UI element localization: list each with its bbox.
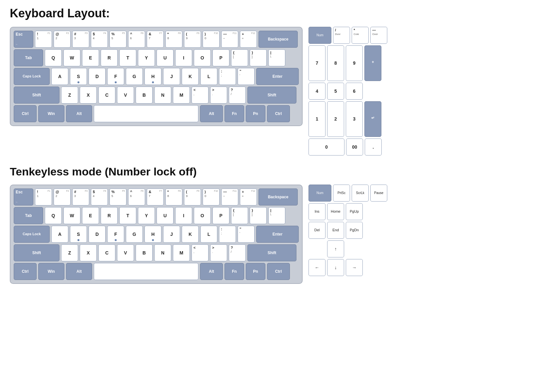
key-esc[interactable]: Esc ~: [14, 31, 33, 48]
k2-key-comma[interactable]: < ,: [192, 244, 209, 261]
k2-key-period[interactable]: > .: [210, 244, 227, 261]
k2-key-up[interactable]: ↑: [327, 240, 344, 257]
k2-key-2[interactable]: @ 2 F2: [54, 188, 71, 205]
k2-key-j[interactable]: J: [163, 226, 180, 243]
k2-key-scrlk[interactable]: ScrLk: [352, 185, 369, 202]
key-np-minus[interactable]: — Over: [370, 27, 387, 44]
key-enter[interactable]: Enter: [256, 68, 299, 85]
k2-key-lbracket[interactable]: { [: [231, 207, 248, 224]
key-np9[interactable]: 9: [346, 45, 363, 81]
key-np1[interactable]: 1: [309, 101, 326, 137]
key-7[interactable]: & 7 F7: [147, 31, 164, 48]
k2-key-s[interactable]: S: [70, 226, 87, 243]
key-4[interactable]: $ 4 F4: [91, 31, 108, 48]
k2-key-pause[interactable]: Pause: [370, 185, 387, 202]
key-backslash[interactable]: | \: [268, 49, 285, 66]
key-np-enter[interactable]: ↵: [364, 101, 381, 137]
key-e[interactable]: E: [82, 49, 99, 66]
key-lalt[interactable]: Alt: [66, 105, 92, 122]
k2-key-6[interactable]: ^ 6 F6: [128, 188, 145, 205]
key-f[interactable]: F: [107, 68, 124, 85]
k2-key-1[interactable]: ! 1 F1: [35, 188, 52, 205]
k2-key-q[interactable]: Q: [45, 207, 62, 224]
key-v[interactable]: V: [117, 87, 134, 104]
k2-key-e[interactable]: E: [82, 207, 99, 224]
key-i[interactable]: I: [175, 49, 192, 66]
key-slash[interactable]: ? /: [229, 87, 246, 104]
key-0[interactable]: ) 0 F10: [203, 31, 220, 48]
key-pn[interactable]: Pn: [246, 105, 265, 122]
k2-key-backslash[interactable]: | \: [268, 207, 285, 224]
key-np-plus[interactable]: +: [364, 45, 381, 81]
k2-key-lalt[interactable]: Alt: [66, 263, 92, 280]
k2-key-w[interactable]: W: [63, 207, 80, 224]
k2-key-backspace[interactable]: Backspace: [259, 188, 298, 205]
key-m[interactable]: M: [173, 87, 190, 104]
key-n[interactable]: N: [154, 87, 171, 104]
key-9[interactable]: ( 9 F9: [184, 31, 201, 48]
k2-key-o[interactable]: O: [194, 207, 211, 224]
key-5[interactable]: % 5 F5: [109, 31, 126, 48]
k2-key-k[interactable]: K: [182, 226, 199, 243]
k2-key-c[interactable]: C: [98, 244, 115, 261]
k2-key-prtsc[interactable]: PrtSc: [333, 185, 350, 202]
k2-key-a[interactable]: A: [51, 226, 68, 243]
key-equals[interactable]: + = F12: [240, 31, 257, 48]
k2-key-7[interactable]: & 7 F7: [147, 188, 164, 205]
k2-key-rshift[interactable]: Shift: [247, 244, 296, 261]
key-u[interactable]: U: [157, 49, 174, 66]
k2-key-pgdn[interactable]: PgDn: [346, 222, 363, 239]
k2-key-slash[interactable]: ? /: [229, 244, 246, 261]
key-w[interactable]: W: [63, 49, 80, 66]
k2-key-g[interactable]: G: [126, 226, 143, 243]
key-lctrl[interactable]: Ctrl: [14, 105, 37, 122]
key-q[interactable]: Q: [45, 49, 62, 66]
k2-key-home[interactable]: Home: [327, 203, 344, 220]
key-np7[interactable]: 7: [309, 45, 326, 81]
key-np-star[interactable]: * Cole: [352, 27, 369, 44]
key-3[interactable]: # 3 F3: [72, 31, 89, 48]
k2-key-pn[interactable]: Pn: [246, 263, 265, 280]
k2-key-f[interactable]: F: [107, 226, 124, 243]
k2-key-rbracket[interactable]: } ]: [250, 207, 267, 224]
k2-key-capslock[interactable]: Caps Lock: [14, 226, 50, 243]
key-capslock[interactable]: Caps Lock: [14, 68, 50, 85]
key-8[interactable]: * 8 F8: [165, 31, 182, 48]
k2-key-b[interactable]: B: [136, 244, 153, 261]
k2-key-equals[interactable]: + = F12: [240, 188, 257, 205]
key-tab[interactable]: Tab: [14, 49, 43, 66]
k2-key-d[interactable]: D: [89, 226, 106, 243]
key-np5[interactable]: 5: [327, 83, 344, 100]
k2-key-n[interactable]: N: [154, 244, 171, 261]
k2-key-quote[interactable]: " ': [238, 226, 255, 243]
k2-key-fn[interactable]: Fn: [225, 263, 244, 280]
k2-key-5[interactable]: % 5 F5: [109, 188, 126, 205]
key-6[interactable]: ^ 6 F6: [128, 31, 145, 48]
key-l[interactable]: L: [200, 68, 217, 85]
key-np8[interactable]: 8: [327, 45, 344, 81]
k2-key-0[interactable]: ) 0 F10: [203, 188, 220, 205]
k2-key-lctrl[interactable]: Ctrl: [14, 263, 37, 280]
k2-key-esc[interactable]: Esc ~: [14, 188, 33, 205]
k2-key-8[interactable]: * 8 F8: [165, 188, 182, 205]
k2-key-minus[interactable]: — – F11: [221, 188, 238, 205]
key-rshift[interactable]: Shift: [247, 87, 296, 104]
key-1[interactable]: ! 1 F1: [35, 31, 52, 48]
k2-key-ins[interactable]: Ins: [309, 203, 326, 220]
k2-key-end[interactable]: End: [327, 222, 344, 239]
k2-key-x[interactable]: X: [80, 244, 97, 261]
key-c[interactable]: C: [98, 87, 115, 104]
key-np-dot[interactable]: .: [365, 139, 382, 155]
key-period[interactable]: > .: [210, 87, 227, 104]
k2-key-i[interactable]: I: [175, 207, 192, 224]
key-quote[interactable]: " ': [238, 68, 255, 85]
k2-key-pgup[interactable]: PgUp: [346, 203, 363, 220]
key-p[interactable]: P: [212, 49, 229, 66]
key-win[interactable]: Win: [38, 105, 64, 122]
key-space[interactable]: [94, 105, 198, 122]
k2-key-left[interactable]: ←: [309, 259, 326, 276]
key-np4[interactable]: 4: [309, 83, 326, 100]
k2-key-9[interactable]: ( 9 F9: [184, 188, 201, 205]
k2-key-down[interactable]: ↓: [327, 259, 344, 276]
k2-key-ralt[interactable]: Alt: [200, 263, 223, 280]
